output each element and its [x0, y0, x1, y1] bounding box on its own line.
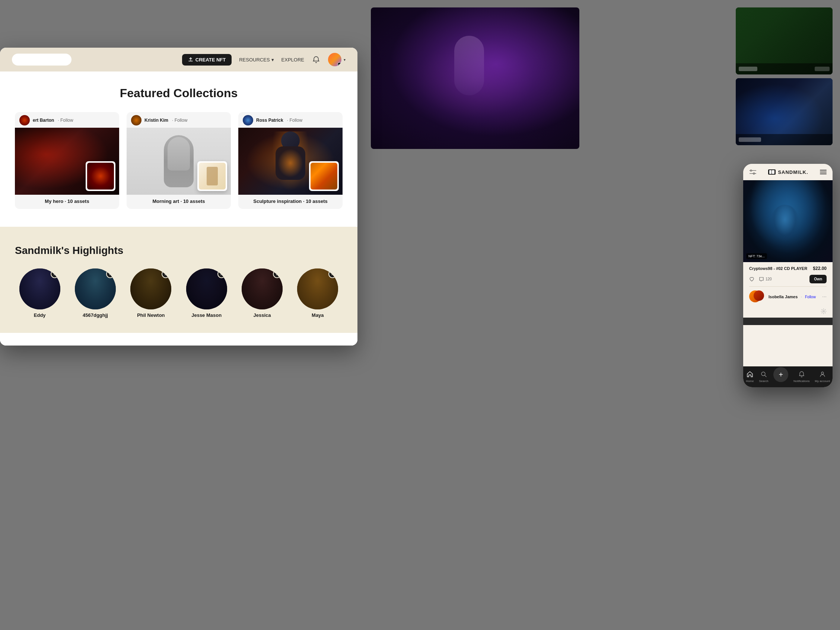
mobile-nav-search-label: Search	[759, 379, 768, 383]
creator-name-2: Ross Patrick	[256, 118, 283, 123]
explore-label: EXPLORE	[281, 57, 304, 63]
verified-badge-0: ✓	[51, 270, 59, 278]
more-options-icon[interactable]: ···	[822, 294, 827, 299]
nft-thumbnail-2	[309, 161, 339, 191]
nft-thumb-img-1	[199, 163, 226, 189]
mobile-creator-follow[interactable]: Follow	[805, 295, 816, 299]
verified-badge-3: ✓	[218, 270, 226, 278]
highlight-name-4: Jessica	[253, 313, 271, 318]
mobile-nav-search[interactable]: Search	[759, 370, 768, 383]
highlight-item-3[interactable]: ✓ Jesse Mason	[182, 268, 231, 318]
own-button[interactable]: Own	[810, 275, 827, 283]
comment-button[interactable]: 120	[759, 277, 772, 282]
header-left	[12, 54, 71, 66]
mobile-logo-text: SANDMILK.	[778, 169, 808, 175]
collections-grid: ert Barton Follow My hero · 10 assets	[15, 112, 343, 209]
mobile-nav-home[interactable]: Home	[746, 370, 754, 383]
collection-card-0[interactable]: ert Barton Follow My hero · 10 assets	[15, 112, 119, 209]
resources-nav[interactable]: RESOURCES ▾	[239, 57, 274, 63]
collection-card-2[interactable]: Ross Patrick Follow	[238, 112, 343, 209]
highlight-avatar-0: ✓	[19, 268, 60, 309]
header-right: CREATE NFT RESOURCES ▾ EXPLORE	[182, 53, 346, 66]
verified-badge-4: ✓	[273, 270, 281, 278]
follow-link-1[interactable]: Follow	[172, 118, 187, 123]
asset-count-sep-1: ·	[181, 199, 183, 204]
collection-footer-0: My hero · 10 assets	[15, 195, 119, 209]
mobile-menu-button[interactable]	[820, 170, 827, 174]
like-button[interactable]	[749, 277, 754, 282]
explore-nav[interactable]: EXPLORE	[281, 57, 304, 63]
highlight-item-0[interactable]: ✓ Eddy	[15, 268, 65, 318]
collection-image-2	[238, 128, 343, 195]
bg-nft-green	[736, 8, 832, 74]
highlight-item-1[interactable]: ✓ 4567dgghjj	[70, 268, 120, 318]
create-nft-button[interactable]: CREATE NFT	[182, 54, 232, 66]
avatar-verified-badge	[337, 62, 341, 66]
mobile-actions: 120 Own	[743, 275, 832, 286]
collection-name-0: My hero	[45, 199, 63, 204]
svg-point-9	[761, 372, 765, 376]
upload-icon	[188, 57, 193, 62]
mobile-nav-account-label: My account	[815, 379, 830, 383]
bg-nft-skeleton	[371, 8, 579, 149]
browser-window: CREATE NFT RESOURCES ▾ EXPLORE	[0, 48, 357, 346]
asset-count-1: 10 assets	[183, 199, 205, 204]
creator-info-1: Kristin Kim Follow	[126, 112, 231, 128]
highlight-item-4[interactable]: ✓ Jessica	[237, 268, 287, 318]
mobile-nft-price: $22.00	[813, 266, 827, 271]
create-nft-label: CREATE NFT	[196, 57, 226, 63]
highlight-avatar-2: ✓	[130, 268, 171, 309]
highlight-name-0: Eddy	[34, 313, 46, 318]
creator-avatar-img-1	[131, 115, 142, 125]
user-avatar-area[interactable]: ▾	[328, 53, 346, 66]
menu-line-2	[820, 172, 827, 172]
avatar-dropdown-icon: ▾	[344, 58, 346, 62]
follow-link-2[interactable]: Follow	[287, 118, 302, 123]
highlight-avatar-1: ✓	[75, 268, 116, 309]
creator-avatar-1	[131, 115, 142, 125]
mobile-nav-account[interactable]: My account	[815, 370, 830, 383]
collection-name-1: Morning art	[153, 199, 180, 204]
follow-link-0[interactable]: Follow	[58, 118, 73, 123]
highlight-item-2[interactable]: ✓ Phil Newton	[126, 268, 176, 318]
svg-point-0	[750, 170, 752, 171]
mobile-nft-tag: NFT: 73e...	[746, 253, 767, 259]
bg-nft-blue-car	[736, 78, 832, 145]
mobile-nft-title: Cryptows98 - #02 CD PLAYER	[749, 266, 807, 271]
creator-dot: ·	[801, 295, 802, 299]
collection-name-label-0: My hero · 10 assets	[45, 199, 89, 204]
collection-footer-1: Morning art · 10 assets	[126, 195, 231, 209]
mobile-nav-add-button[interactable]: +	[773, 367, 788, 382]
verified-badge-1: ✓	[106, 270, 114, 278]
collection-card-1[interactable]: Kristin Kim Follow	[126, 112, 231, 209]
menu-line-3	[820, 174, 827, 174]
svg-point-8	[823, 311, 824, 312]
filter-icon[interactable]	[749, 168, 756, 176]
highlight-name-3: Jesse Mason	[191, 313, 221, 318]
highlights-grid: ✓ Eddy ✓ 4567dgghjj ✓	[15, 268, 343, 318]
nft-thumb-img-0	[87, 163, 114, 189]
highlight-avatar-3: ✓	[186, 268, 227, 309]
creator-name-0: ert Barton	[33, 118, 54, 123]
notifications-bell-icon[interactable]	[312, 55, 321, 64]
svg-rect-6	[769, 170, 772, 174]
mobile-settings-row	[743, 306, 832, 317]
mobile-app: SANDMILK. NFT: 73e... Cryptows98 - #02 C…	[743, 164, 832, 387]
nft-thumbnail-1	[197, 161, 227, 191]
highlight-avatar-5: ✓	[297, 268, 338, 309]
search-icon	[759, 370, 768, 378]
creator-avatar-2	[243, 115, 253, 125]
svg-point-10	[821, 372, 824, 374]
collection-footer-2: Sculpture inspiration · 10 assets	[238, 195, 343, 209]
highlight-name-2: Phil Newton	[137, 313, 164, 318]
home-icon	[746, 370, 754, 378]
highlight-item-5[interactable]: ✓ Maya	[293, 268, 343, 318]
mobile-creator-left: Isobella James · Follow	[749, 291, 816, 302]
notifications-icon	[797, 370, 806, 378]
creator-info-2: Ross Patrick Follow	[238, 112, 343, 128]
search-bar[interactable]	[12, 54, 71, 66]
mobile-nav-notifications[interactable]: Notifications	[793, 370, 810, 383]
mobile-creator-name: Isobella James	[769, 295, 797, 299]
settings-icon[interactable]	[821, 308, 827, 315]
mobile-nft-info: Cryptows98 - #02 CD PLAYER $22.00	[743, 262, 832, 275]
